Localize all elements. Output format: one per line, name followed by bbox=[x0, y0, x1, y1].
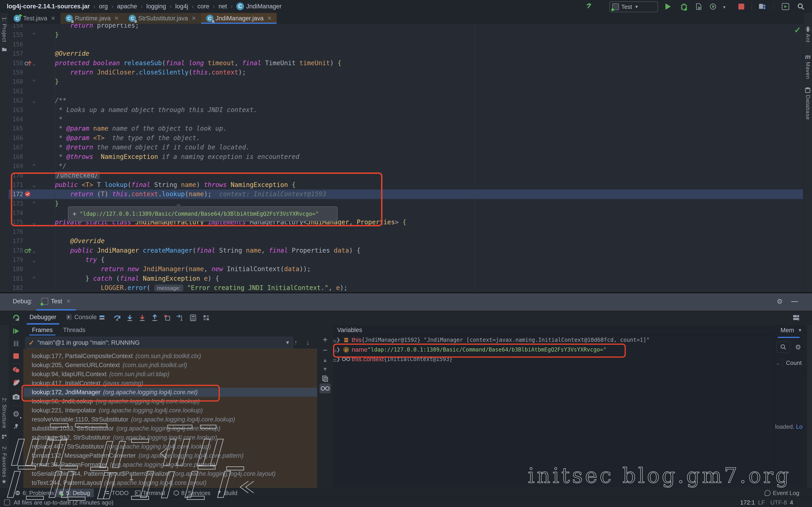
fold-marker[interactable]: ⌄ bbox=[32, 218, 36, 227]
breakpoint-icon[interactable] bbox=[24, 191, 31, 197]
frames-list[interactable]: lookup:177, PartialCompositeContext(com.… bbox=[23, 349, 317, 488]
line-ending[interactable]: LF bbox=[758, 499, 765, 506]
fold-marker[interactable]: ⌄ bbox=[32, 180, 36, 190]
gear-icon[interactable]: ⚙ bbox=[777, 297, 783, 305]
frame-row[interactable]: format:38, PatternFormatter(org.apache.l… bbox=[23, 460, 317, 469]
search-everywhere-icon[interactable] bbox=[797, 2, 805, 11]
breadcrumb-item[interactable]: logging bbox=[146, 3, 166, 10]
line-number[interactable]: 162 bbox=[10, 96, 23, 105]
sidebar-item-project[interactable]: 1: Project bbox=[1, 17, 7, 42]
copy-stack-icon[interactable] bbox=[320, 374, 330, 383]
run-to-cursor-icon[interactable] bbox=[175, 313, 184, 322]
breadcrumb[interactable]: log4j-core-2.14.1-sources.jar›org›apache… bbox=[7, 0, 282, 13]
variable-row-name[interactable]: ❯pname = "ldap://127.0.0.1:1389/Basic/Co… bbox=[333, 345, 774, 355]
evaluate-expression-icon[interactable] bbox=[189, 313, 198, 322]
toolwindow-button-terminal[interactable]: Terminal bbox=[132, 489, 168, 498]
add-watch-icon[interactable]: + bbox=[320, 335, 330, 344]
tab-console[interactable]: Console bbox=[66, 311, 97, 324]
breadcrumb-item[interactable]: JndiManager bbox=[246, 3, 282, 10]
memory-search-button[interactable] bbox=[776, 341, 790, 353]
frame-row[interactable]: resolveVariable:1110, StrSubstitutor(org… bbox=[23, 415, 317, 424]
run-configuration-selector[interactable]: Test ▼ bbox=[609, 1, 658, 12]
frame-row[interactable]: lookup:56, JndiLookup(org.apache.logging… bbox=[23, 397, 317, 406]
breadcrumb-item[interactable]: net bbox=[218, 3, 227, 10]
editor-tab-Runtime.java[interactable]: CRuntime.java✕ bbox=[60, 13, 124, 24]
line-number[interactable]: 164 bbox=[10, 115, 23, 124]
thread-selector[interactable]: ✓ "main"@1 in group "main": RUNNING ▼ bbox=[25, 337, 293, 349]
line-number[interactable]: 154 bbox=[10, 24, 23, 30]
memory-gear-icon[interactable]: ⚙ bbox=[795, 343, 801, 351]
line-number[interactable]: 182 bbox=[10, 283, 23, 292]
breadcrumb-item[interactable]: org bbox=[99, 3, 108, 10]
diff-settings-icon[interactable] bbox=[202, 313, 211, 322]
line-number[interactable]: 180 bbox=[10, 264, 23, 274]
event-log-button[interactable]: Event Log bbox=[765, 489, 799, 498]
line-number[interactable]: 163 bbox=[10, 105, 23, 115]
variable-row-this[interactable]: ❯this = {JndiManager@1592} "JndiManager … bbox=[333, 335, 774, 345]
tab-threads[interactable]: Threads bbox=[63, 325, 86, 335]
indent-setting[interactable]: 4 spaces bbox=[790, 499, 812, 507]
expand-plus-icon[interactable]: + bbox=[72, 210, 77, 218]
frame-row[interactable] bbox=[23, 349, 317, 351]
frame-row[interactable]: lookup:94, ldapURLContext(com.sun.jndi.u… bbox=[23, 370, 317, 379]
pause-icon[interactable] bbox=[11, 339, 21, 348]
sidebar-item-maven[interactable]: Maven bbox=[805, 62, 811, 79]
sidebar-item-database[interactable]: Database bbox=[805, 95, 811, 120]
line-number[interactable]: 174 bbox=[10, 208, 23, 218]
caret-position[interactable]: 172:1 bbox=[740, 499, 755, 506]
line-number[interactable]: 169 bbox=[10, 161, 23, 171]
fold-marker[interactable]: ⌄ bbox=[32, 96, 36, 105]
line-number[interactable]: 173 bbox=[10, 199, 23, 209]
breadcrumb-item[interactable]: apache bbox=[117, 3, 137, 10]
editor-tab-StrSubstitutor.java[interactable]: CStrSubstitutor.java✕ bbox=[124, 13, 201, 24]
close-icon[interactable]: ✕ bbox=[192, 15, 196, 21]
line-number[interactable]: 155 bbox=[10, 30, 23, 40]
line-number[interactable]: 181 bbox=[10, 274, 23, 283]
file-encoding[interactable]: UTF-8 bbox=[770, 499, 787, 506]
line-number[interactable]: 160 bbox=[10, 77, 23, 87]
breadcrumb-item[interactable]: log4j-core-2.14.1-sources.jar bbox=[7, 3, 90, 10]
frame-row[interactable]: substitute:1033, StrSubstitutor(org.apac… bbox=[23, 424, 317, 433]
close-icon[interactable]: ✕ bbox=[114, 15, 119, 21]
frame-up-icon[interactable]: ↑ bbox=[294, 339, 298, 346]
line-number[interactable]: 172 bbox=[10, 189, 23, 199]
step-out-icon[interactable] bbox=[150, 313, 159, 322]
toolwindow-button-build[interactable]: Build bbox=[213, 489, 241, 498]
fold-marker[interactable]: ⌃ bbox=[32, 199, 36, 209]
load-classes-link[interactable]: Lo bbox=[796, 423, 803, 430]
breadcrumb-item[interactable]: log4j bbox=[175, 3, 188, 10]
profiler-button[interactable] bbox=[709, 2, 718, 11]
tab-memory[interactable]: Mem bbox=[780, 327, 794, 334]
sidebar-item-favorites[interactable]: 2: Favorites bbox=[1, 446, 7, 477]
scroll-up-icon[interactable]: ▲ bbox=[320, 356, 330, 364]
toolwindow-toggle-icon[interactable] bbox=[4, 500, 10, 505]
stop-button[interactable] bbox=[737, 2, 746, 11]
fold-marker[interactable]: ⌄ bbox=[32, 246, 36, 255]
frame-row[interactable]: replace:467, StrSubstitutor(org.apache.l… bbox=[23, 442, 317, 451]
stop-icon[interactable] bbox=[11, 351, 21, 361]
force-step-into-icon[interactable] bbox=[138, 313, 147, 322]
run-with-coverage-button[interactable] bbox=[695, 2, 703, 11]
editor-tab-JndiManager.java[interactable]: CJndiManager.java✕ bbox=[201, 13, 277, 24]
inspections-ok-icon[interactable]: ✓ bbox=[794, 25, 801, 35]
debug-session-tab[interactable]: Test ✕ bbox=[36, 293, 76, 309]
line-number[interactable]: 170 bbox=[10, 171, 23, 180]
line-number[interactable]: 167 bbox=[10, 143, 23, 152]
variable-row-this.context[interactable]: ❯this.context = {InitialContext@1593} bbox=[333, 354, 774, 364]
toolwindow-button-problems[interactable]: 6: Problems bbox=[11, 489, 58, 498]
sidebar-item-structure[interactable]: 2: Structure bbox=[1, 398, 7, 429]
frame-row[interactable]: lookup:221, Interpolator(org.apache.logg… bbox=[23, 406, 317, 415]
drop-frame-icon[interactable] bbox=[163, 313, 172, 322]
frame-row[interactable]: substitute:912, StrSubstitutor(org.apach… bbox=[23, 433, 317, 442]
line-number[interactable]: 178 bbox=[10, 246, 23, 255]
frame-row-selected[interactable]: lookup:172, JndiManager(org.apache.loggi… bbox=[23, 388, 317, 397]
frame-down-icon[interactable]: ↓ bbox=[306, 339, 309, 346]
line-number[interactable]: 156 bbox=[10, 40, 23, 49]
remove-watch-icon[interactable]: − bbox=[320, 346, 330, 354]
run-anything-icon[interactable] bbox=[781, 2, 790, 11]
line-number[interactable]: 176 bbox=[10, 227, 23, 236]
line-number[interactable]: 177 bbox=[10, 236, 23, 246]
fold-marker[interactable]: ⌃ bbox=[32, 274, 36, 283]
close-icon[interactable]: ✕ bbox=[66, 298, 71, 304]
fold-marker[interactable]: ⌄ bbox=[32, 255, 36, 265]
